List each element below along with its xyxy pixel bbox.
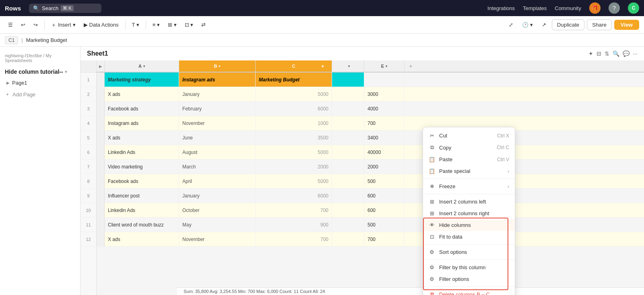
comment-icon[interactable]: 💬 xyxy=(623,50,630,57)
cell-11c[interactable]: 900 xyxy=(256,218,332,232)
gift-icon-btn[interactable]: 🎁 xyxy=(589,2,601,14)
menu-item-hide-columns[interactable]: 👁 Hide columns xyxy=(423,219,515,231)
col-c-resize[interactable] xyxy=(330,60,332,72)
cell-10c[interactable]: 700 xyxy=(256,203,332,217)
view-btn[interactable]: View xyxy=(614,20,639,30)
col-a-hidden-indicator[interactable]: ▶ xyxy=(97,60,105,72)
menu-item-sort-options[interactable]: ⚙ Sort options xyxy=(423,246,515,258)
duplicate-btn[interactable]: Duplicate xyxy=(552,19,585,30)
cell-1c[interactable]: Marketing Budget xyxy=(256,73,332,87)
cell-4e[interactable]: 700 xyxy=(364,116,405,130)
filter-icon[interactable]: ⊟ xyxy=(597,50,601,57)
menu-item-filter-options[interactable]: ⚙ Filter options xyxy=(423,273,515,285)
cell-5d[interactable] xyxy=(332,131,364,145)
cell-3a[interactable]: Facebook ads xyxy=(105,102,179,116)
cell-1a[interactable]: Marketing strategy xyxy=(105,73,179,87)
cell-5c[interactable]: 3500 xyxy=(256,131,332,145)
menu-item-filter-by[interactable]: ⚙ Filter by this column xyxy=(423,262,515,273)
menu-item-cut[interactable]: ✂ Cut Ctrl X xyxy=(423,130,515,141)
share-btn[interactable]: Share xyxy=(587,19,612,30)
history-btn[interactable]: 🕐 ▾ xyxy=(519,20,536,29)
border-btn[interactable]: ⊡ ▾ xyxy=(182,20,197,29)
cell-2e[interactable]: 3000 xyxy=(364,87,405,101)
cell-10a[interactable]: Linkedin Ads xyxy=(105,203,179,217)
cell-7d[interactable] xyxy=(332,160,364,174)
cell-12c[interactable]: 700 xyxy=(256,232,332,246)
cell-10e[interactable]: 600 xyxy=(364,203,405,217)
align-btn[interactable]: ≡ ▾ xyxy=(149,20,163,29)
menu-item-copy[interactable]: ⧉ Copy Ctrl C xyxy=(423,141,515,154)
cell-7c[interactable]: 2000 xyxy=(256,160,332,174)
cell-8d[interactable] xyxy=(332,174,364,188)
fullscreen-btn[interactable]: ⤢ xyxy=(506,20,516,29)
cell-7b[interactable]: March xyxy=(179,160,256,174)
cell-7a[interactable]: Video marketing xyxy=(105,160,179,174)
cell-1d[interactable] xyxy=(332,73,364,87)
cell-10b[interactable]: October xyxy=(179,203,256,217)
more-icon[interactable]: ··· xyxy=(633,50,638,57)
nav-templates[interactable]: Templates xyxy=(523,5,547,11)
cell-9d[interactable] xyxy=(332,189,364,203)
undo-btn[interactable]: ↩ xyxy=(18,20,29,29)
star-icon[interactable]: ✦ xyxy=(588,50,593,57)
cell-8b[interactable]: April xyxy=(179,174,256,188)
insert-btn[interactable]: ＋ Insert ▾ xyxy=(48,20,79,30)
cell-8e[interactable]: 500 xyxy=(364,174,405,188)
col-a-resize-right[interactable] xyxy=(177,60,179,72)
menu-item-paste-special[interactable]: 📋 Paste special › xyxy=(423,165,515,177)
cell-9e[interactable]: 600 xyxy=(364,189,405,203)
cell-10d[interactable] xyxy=(332,203,364,217)
cell-3e[interactable]: 4000 xyxy=(364,102,405,116)
cell-11e[interactable]: 500 xyxy=(364,218,405,232)
col-b-resize[interactable] xyxy=(254,60,255,72)
cell-11b[interactable]: May xyxy=(179,218,256,232)
cell-11a[interactable]: Client word of mouth buzz xyxy=(105,218,179,232)
text-format-btn[interactable]: T ▾ xyxy=(129,20,142,29)
cell-6b[interactable]: August xyxy=(179,145,256,159)
nav-integrations[interactable]: Integrations xyxy=(487,5,515,11)
cell-8a[interactable]: Facebook ads xyxy=(105,174,179,188)
cell-9c[interactable]: 6000 xyxy=(256,189,332,203)
nav-community[interactable]: Community xyxy=(555,5,581,11)
menu-item-insert-left[interactable]: ⊞ Insert 2 columns left xyxy=(423,196,515,208)
cell-8c[interactable]: 5000 xyxy=(256,174,332,188)
cell-9a[interactable]: Influencer post xyxy=(105,189,179,203)
col-header-e[interactable]: E ▾ xyxy=(364,60,405,72)
col-add-btn[interactable]: ＋ xyxy=(405,60,417,72)
formula-btn[interactable]: ⇄ xyxy=(198,20,209,29)
cell-reference[interactable]: C1 xyxy=(5,36,18,44)
cell-9b[interactable]: January xyxy=(179,189,256,203)
cell-12b[interactable]: November xyxy=(179,232,256,246)
menu-item-fit-to-data[interactable]: ⊡ Fit to data xyxy=(423,231,515,243)
cell-4a[interactable]: Instagram ads xyxy=(105,116,179,130)
cell-5b[interactable]: June xyxy=(179,131,256,145)
col-header-a[interactable]: A ▾ xyxy=(105,60,179,72)
cell-4d[interactable] xyxy=(332,116,364,130)
cell-4c[interactable]: 1000 xyxy=(256,116,332,130)
cell-1e[interactable] xyxy=(364,73,405,87)
cell-3c[interactable]: 6000 xyxy=(256,102,332,116)
search-bar[interactable]: 🔍 Search ⌘ K xyxy=(29,4,101,13)
cell-6e[interactable]: 40000 xyxy=(364,145,405,159)
cell-2b[interactable]: January xyxy=(179,87,256,101)
cell-2c[interactable]: 5000 xyxy=(256,87,332,101)
user-avatar[interactable]: C xyxy=(628,2,639,14)
menu-item-insert-right[interactable]: ⊞ Insert 2 columns right xyxy=(423,208,515,219)
data-actions-btn[interactable]: ▶ Data Actions xyxy=(80,20,122,29)
menu-item-paste[interactable]: 📋 Paste Ctrl V xyxy=(423,154,515,165)
cell-4b[interactable]: November xyxy=(179,116,256,130)
menu-item-delete-columns[interactable]: 🗑 Delete columns B – C xyxy=(423,289,515,295)
col-header-c[interactable]: C ▾ xyxy=(256,60,332,72)
cell-3b[interactable]: February xyxy=(179,102,256,116)
col-a-resize-left[interactable] xyxy=(105,60,106,72)
cell-6c[interactable]: 5000 xyxy=(256,145,332,159)
search-sheet-icon[interactable]: 🔍 xyxy=(613,50,619,57)
help-icon-btn[interactable]: ? xyxy=(609,2,620,14)
sidebar-item-page1[interactable]: ▶ Page1 xyxy=(0,77,80,88)
sidebar-toggle-btn[interactable]: ☰ xyxy=(5,20,16,29)
sort-icon[interactable]: ⇅ xyxy=(605,50,609,57)
redo-btn[interactable]: ↪ xyxy=(30,20,41,29)
cell-6d[interactable] xyxy=(332,145,364,159)
cell-11d[interactable] xyxy=(332,218,364,232)
add-page-btn[interactable]: ＋ Add Page xyxy=(0,88,80,100)
